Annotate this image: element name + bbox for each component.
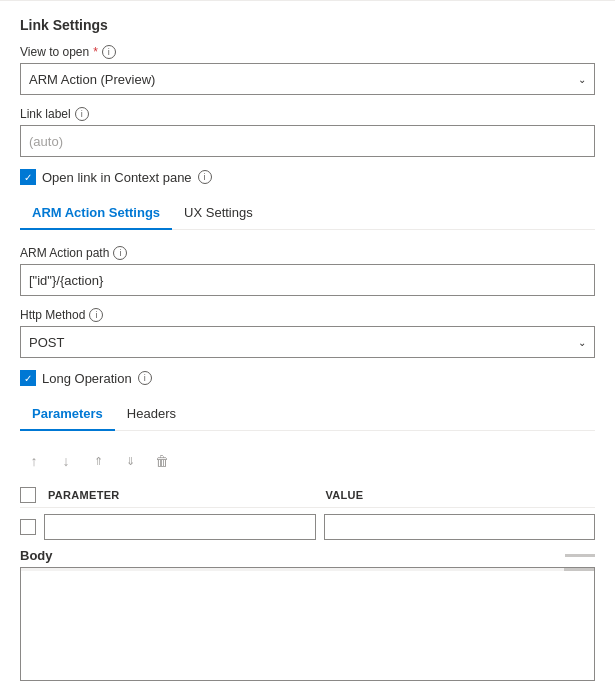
tab-arm-action-settings[interactable]: ARM Action Settings <box>20 197 172 230</box>
arm-action-path-label: ARM Action path i <box>20 246 595 260</box>
long-operation-checkbox[interactable]: ✓ <box>20 370 36 386</box>
move-bottom-button[interactable]: ⇓ <box>116 447 144 475</box>
move-top-button[interactable]: ⇑ <box>84 447 112 475</box>
body-label: Body <box>20 548 595 563</box>
body-section: Body <box>20 548 595 684</box>
parameters-table: PARAMETER VALUE <box>20 483 595 540</box>
row-checkbox[interactable] <box>20 519 36 535</box>
table-header-row: PARAMETER VALUE <box>20 483 595 508</box>
required-star: * <box>93 45 98 59</box>
parameters-toolbar: ↑ ↓ ⇑ ⇓ 🗑 <box>20 447 595 475</box>
value-input[interactable] <box>324 514 596 540</box>
tab-headers[interactable]: Headers <box>115 398 188 431</box>
move-down-button[interactable]: ↓ <box>52 447 80 475</box>
arm-action-path-input[interactable] <box>20 264 595 296</box>
http-method-label: Http Method i <box>20 308 595 322</box>
long-operation-label: Long Operation <box>42 371 132 386</box>
http-method-chevron: ⌄ <box>578 337 586 348</box>
body-resize-handle[interactable] <box>565 554 595 557</box>
link-label-input[interactable] <box>20 125 595 157</box>
long-operation-info-icon[interactable]: i <box>138 371 152 385</box>
tab-ux-settings[interactable]: UX Settings <box>172 197 265 230</box>
col-header-value: VALUE <box>326 489 596 501</box>
http-method-dropdown[interactable]: POST ⌄ <box>20 326 595 358</box>
view-to-open-value: ARM Action (Preview) <box>29 72 155 87</box>
http-method-info-icon[interactable]: i <box>89 308 103 322</box>
delete-button[interactable]: 🗑 <box>148 447 176 475</box>
long-operation-checkmark-icon: ✓ <box>24 373 32 384</box>
view-to-open-dropdown[interactable]: ARM Action (Preview) ⌄ <box>20 63 595 95</box>
open-in-context-info-icon[interactable]: i <box>198 170 212 184</box>
arm-action-path-info-icon[interactable]: i <box>113 246 127 260</box>
body-textarea[interactable] <box>20 571 595 681</box>
long-operation-row: ✓ Long Operation i <box>20 370 595 386</box>
table-row <box>20 514 595 540</box>
link-label-label: Link label i <box>20 107 595 121</box>
view-to-open-chevron: ⌄ <box>578 74 586 85</box>
link-label-info-icon[interactable]: i <box>75 107 89 121</box>
open-in-context-label: Open link in Context pane <box>42 170 192 185</box>
open-in-context-row: ✓ Open link in Context pane i <box>20 169 595 185</box>
parameter-input[interactable] <box>44 514 316 540</box>
open-in-context-checkbox[interactable]: ✓ <box>20 169 36 185</box>
view-to-open-info-icon[interactable]: i <box>102 45 116 59</box>
inner-tabs: Parameters Headers <box>20 398 595 431</box>
header-checkbox[interactable] <box>20 487 36 503</box>
checkmark-icon: ✓ <box>24 172 32 183</box>
move-up-button[interactable]: ↑ <box>20 447 48 475</box>
view-to-open-label: View to open * i <box>20 45 595 59</box>
tab-parameters[interactable]: Parameters <box>20 398 115 431</box>
col-header-parameter: PARAMETER <box>44 489 318 501</box>
main-tabs: ARM Action Settings UX Settings <box>20 197 595 230</box>
http-method-value: POST <box>29 335 64 350</box>
panel-title: Link Settings <box>20 17 595 33</box>
